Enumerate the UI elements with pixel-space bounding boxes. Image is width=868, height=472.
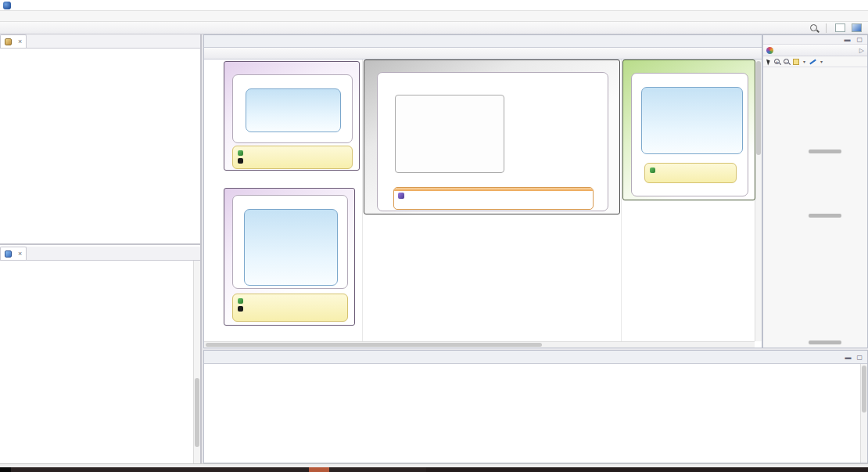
open-perspective-icon[interactable] [835,23,845,32]
join-node[interactable] [377,72,608,211]
data-source-explorer-icon [5,250,12,258]
project-explorer-tabbar: × [0,34,200,49]
scrollbar[interactable] [193,261,200,463]
minimize-icon[interactable]: ▬ [844,36,850,44]
windows-taskbar[interactable] [0,467,868,472]
output-data-section[interactable] [622,59,755,200]
toolbar-right [810,23,865,33]
palette-scroll-thumb[interactable] [809,150,841,153]
input-data-section[interactable] [224,61,360,171]
palette-scroll-thumb[interactable] [809,340,841,344]
address-tsv-preview[interactable] [204,364,867,463]
alias-icon [238,158,243,164]
page-guide [362,59,363,348]
palette-icon [766,47,773,54]
maximize-icon[interactable]: ▢ [856,354,863,361]
process-icon [238,150,243,156]
section-title [224,62,359,63]
app-icon [3,2,11,9]
console-tabbar: ▬ ▢ [204,351,867,364]
menu-bar [0,11,868,22]
action-section[interactable] [364,59,620,214]
process-option [233,149,352,157]
join-condition-expression[interactable] [394,191,593,200]
palette-minmax: ▬ ▢ [763,35,867,45]
chevron-down-icon[interactable]: ▾ [803,59,805,64]
close-icon[interactable]: × [18,38,22,45]
scrollbar-thumb[interactable] [756,61,761,155]
alias-icon [238,306,243,312]
input-node-darkshield-csv[interactable] [232,74,353,143]
search-icon[interactable] [810,24,817,31]
input-data-section-2[interactable] [224,188,355,326]
scrollbar-thumb[interactable] [862,366,866,413]
alias-option [233,157,352,164]
scrollbar[interactable] [860,364,867,463]
output-node-address-tsv[interactable] [631,73,748,196]
process-option [645,166,736,174]
editor-tabbar [204,35,762,48]
tab-project-explorer[interactable]: × [0,34,27,48]
palette-scroll-thumb[interactable] [809,214,841,218]
field-list [395,95,504,173]
connection-tool-icon[interactable] [809,59,816,64]
page-guide [621,59,622,348]
process-option [233,297,347,304]
scrollbar[interactable] [755,59,762,341]
palette-tools: + − ▾ ▾ [763,56,867,67]
section-options[interactable] [644,163,737,183]
data-source-explorer-tabbar: × [0,247,200,261]
process-icon [650,168,655,173]
taskbar-active-app-segment[interactable] [309,467,329,472]
main-toolbar [0,22,868,34]
diagram-toolbar [204,48,762,59]
taskbar-start-segment[interactable] [0,467,11,472]
node-title [632,74,748,77]
node-title [233,196,347,199]
zoom-out-icon[interactable]: − [784,59,789,64]
project-explorer-tree [0,49,200,243]
left-panel-stack: × × [0,34,202,463]
input-node-scott-account[interactable] [232,195,348,289]
data-source-explorer-tree [0,261,200,463]
field-list [244,209,338,286]
diagram-canvas[interactable] [204,59,762,348]
scrollbar[interactable] [204,341,755,348]
toolbar-separator [826,23,827,33]
chevron-down-icon[interactable]: ▾ [820,59,823,64]
alias-option [233,304,347,312]
palette-view: ▬ ▢ ▷ + − ▾ ▾ [762,34,868,348]
note-tool-icon[interactable] [793,59,799,65]
section-title [364,60,619,62]
close-icon[interactable]: × [18,250,22,258]
scrollbar-thumb[interactable] [206,343,542,347]
maximize-icon[interactable]: ▢ [856,36,863,44]
minimize-icon[interactable]: ▬ [845,354,851,361]
condition-icon [398,193,404,199]
select-tool-icon[interactable] [766,58,771,65]
project-explorer-icon [5,38,12,45]
node-title [233,75,352,78]
field-list [641,87,743,154]
title-bar [0,0,868,11]
data-source-explorer-view: × [0,247,200,463]
field-list [246,88,341,132]
console-panel-controls: ▬ ▢ [845,354,867,361]
palette-header[interactable]: ▷ [763,45,867,56]
collapse-palette-icon[interactable]: ▷ [859,47,864,54]
section-options[interactable] [232,146,353,169]
section-title [623,60,755,62]
zoom-in-icon[interactable]: + [774,59,780,64]
scrollbar-thumb[interactable] [195,378,199,447]
process-icon [238,298,243,304]
node-title [378,73,608,76]
iri-workbench-window: × × [0,0,868,472]
console-panel: ▬ ▢ [203,350,868,463]
join-condition[interactable] [393,187,594,210]
project-explorer-view: × [0,34,200,245]
editor-area [203,34,762,348]
iri-perspective-icon[interactable] [852,23,862,32]
workbench-area: × × [0,34,868,463]
section-options[interactable] [232,294,348,322]
tab-data-source-explorer[interactable]: × [0,247,27,260]
